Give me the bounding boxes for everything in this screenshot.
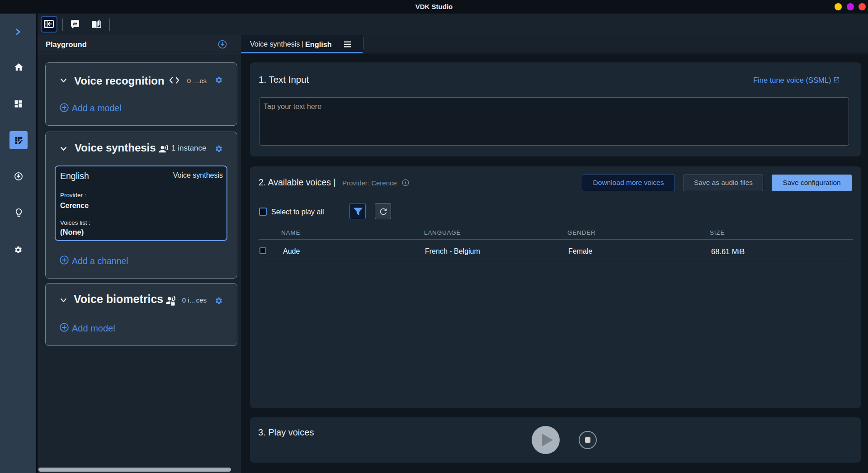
svg-text:æ: æ bbox=[73, 21, 77, 26]
